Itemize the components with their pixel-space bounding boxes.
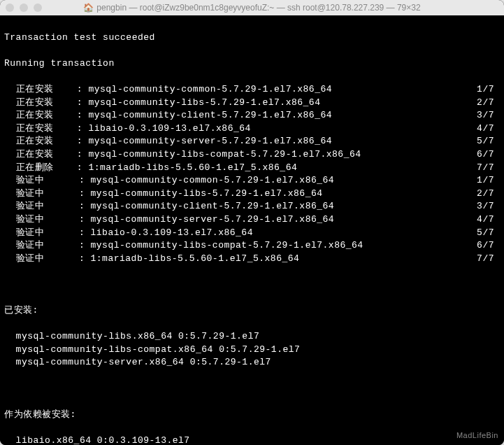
list-item: mysql-community-server.x86_64 0:5.7.29-1… xyxy=(4,356,500,369)
transaction-count: 7/7 xyxy=(477,253,500,266)
transaction-label: 正在安装 : libaio-0.3.109-13.el7.x86_64 xyxy=(4,122,251,136)
transaction-count: 5/7 xyxy=(477,227,500,240)
transaction-row: 验证中 : mysql-community-common-5.7.29-1.el… xyxy=(4,174,500,188)
transaction-row: 正在安装 : libaio-0.3.109-13.el7.x86_644/7 xyxy=(4,122,500,136)
output-line: Running transaction xyxy=(4,57,500,71)
transaction-count: 6/7 xyxy=(477,148,500,162)
transaction-row: 验证中 : 1:mariadb-libs-5.5.60-1.el7_5.x86_… xyxy=(4,253,500,266)
terminal-output[interactable]: Transaction test succeeded Running trans… xyxy=(0,15,504,445)
transaction-row: 验证中 : libaio-0.3.109-13.el7.x86_645/7 xyxy=(4,227,500,240)
transaction-count: 1/7 xyxy=(477,83,500,97)
watermark: MadLifeBin xyxy=(456,429,498,442)
transaction-row: 正在安装 : mysql-community-libs-compat-5.7.2… xyxy=(4,148,500,162)
close-button[interactable] xyxy=(6,3,14,12)
list-item: mysql-community-libs.x86_64 0:5.7.29-1.e… xyxy=(4,330,500,344)
transaction-label: 正在安装 : mysql-community-common-5.7.29-1.e… xyxy=(4,83,332,97)
transaction-label: 正在安装 : mysql-community-libs-5.7.29-1.el7… xyxy=(4,97,320,110)
transaction-count: 3/7 xyxy=(477,200,500,213)
transaction-count: 7/7 xyxy=(477,162,500,175)
blank-line xyxy=(4,383,500,396)
transaction-count: 3/7 xyxy=(477,109,500,122)
transaction-row: 正在安装 : mysql-community-common-5.7.29-1.e… xyxy=(4,83,500,97)
transaction-row: 验证中 : mysql-community-client-5.7.29-1.el… xyxy=(4,200,500,213)
list-item: libaio.x86_64 0:0.3.109-13.el7 xyxy=(4,435,500,445)
transaction-row: 验证中 : mysql-community-server-5.7.29-1.el… xyxy=(4,213,500,227)
list-item: mysql-community-libs-compat.x86_64 0:5.7… xyxy=(4,344,500,357)
transaction-count: 4/7 xyxy=(477,122,500,136)
window-title: 🏠 pengbin — root@iZwz9be0nm1c8geyvyeofuZ… xyxy=(6,3,498,13)
section-header: 作为依赖被安装: xyxy=(4,409,500,422)
transaction-row: 正在安装 : mysql-community-server-5.7.29-1.e… xyxy=(4,135,500,148)
terminal-window: 🏠 pengbin — root@iZwz9be0nm1c8geyvyeofuZ… xyxy=(0,0,504,445)
transaction-row: 正在安装 : mysql-community-libs-5.7.29-1.el7… xyxy=(4,97,500,110)
transaction-label: 验证中 : mysql-community-common-5.7.29-1.el… xyxy=(4,174,334,188)
transaction-count: 1/7 xyxy=(477,174,500,188)
transaction-label: 验证中 : mysql-community-libs-5.7.29-1.el7.… xyxy=(4,188,323,201)
transaction-label: 正在安装 : mysql-community-libs-compat-5.7.2… xyxy=(4,148,361,162)
blank-line xyxy=(4,278,500,292)
title-label: pengbin — root@iZwz9be0nm1c8geyvyeofuZ:~… xyxy=(96,3,420,13)
transaction-label: 正在安装 : mysql-community-client-5.7.29-1.e… xyxy=(4,109,332,122)
transaction-count: 2/7 xyxy=(477,97,500,110)
transaction-count: 4/7 xyxy=(477,213,500,227)
maximize-button[interactable] xyxy=(34,3,42,12)
transaction-label: 正在删除 : 1:mariadb-libs-5.5.60-1.el7_5.x86… xyxy=(4,162,297,175)
transaction-count: 5/7 xyxy=(477,135,500,148)
transaction-row: 验证中 : mysql-community-libs-5.7.29-1.el7.… xyxy=(4,188,500,201)
transaction-count: 2/7 xyxy=(477,188,500,201)
transaction-row: 验证中 : mysql-community-libs-compat-5.7.29… xyxy=(4,239,500,253)
transaction-row: 正在删除 : 1:mariadb-libs-5.5.60-1.el7_5.x86… xyxy=(4,162,500,175)
transaction-count: 6/7 xyxy=(477,239,500,253)
output-line: Transaction test succeeded xyxy=(4,31,500,45)
transaction-row: 正在安装 : mysql-community-client-5.7.29-1.e… xyxy=(4,109,500,122)
transaction-label: 验证中 : mysql-community-libs-compat-5.7.29… xyxy=(4,239,363,253)
home-icon: 🏠 xyxy=(83,3,94,13)
section-header: 已安装: xyxy=(4,304,500,318)
transaction-label: 验证中 : mysql-community-client-5.7.29-1.el… xyxy=(4,200,334,213)
titlebar: 🏠 pengbin — root@iZwz9be0nm1c8geyvyeofuZ… xyxy=(0,0,504,15)
transaction-label: 验证中 : 1:mariadb-libs-5.5.60-1.el7_5.x86_… xyxy=(4,253,299,266)
minimize-button[interactable] xyxy=(20,3,28,12)
transaction-label: 验证中 : mysql-community-server-5.7.29-1.el… xyxy=(4,213,334,227)
transaction-label: 正在安装 : mysql-community-server-5.7.29-1.e… xyxy=(4,135,332,148)
transaction-label: 验证中 : libaio-0.3.109-13.el7.x86_64 xyxy=(4,227,253,240)
window-controls xyxy=(6,3,42,12)
